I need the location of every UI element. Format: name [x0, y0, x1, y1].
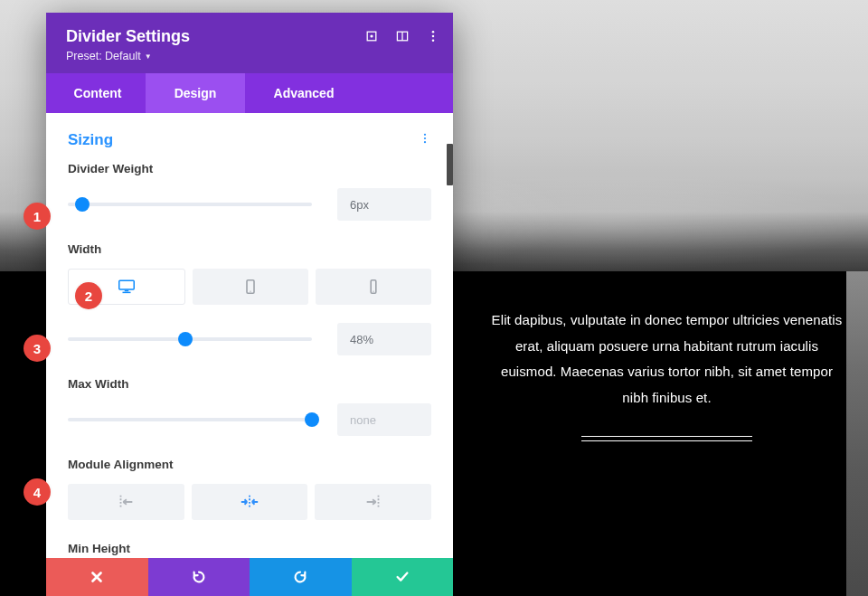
tab-content[interactable]: Content	[46, 73, 146, 113]
tablet-icon	[242, 279, 259, 294]
modal-header: Divider Settings Preset: Default ▼	[46, 13, 453, 73]
undo-button[interactable]	[148, 558, 250, 596]
annotation-badge-1: 1	[24, 203, 51, 230]
preset-dropdown[interactable]: Preset: Default ▼	[66, 50, 433, 62]
header-actions	[364, 29, 440, 43]
slider-thumb[interactable]	[305, 412, 319, 427]
label-min-height: Min Height	[68, 542, 431, 555]
svg-rect-11	[125, 290, 129, 292]
section-title-label: Sizing	[68, 131, 113, 149]
device-tab-tablet[interactable]	[193, 269, 308, 305]
modal-body: Sizing Divider Weight 6px Width	[46, 113, 453, 558]
label-width: Width	[68, 242, 431, 256]
field-module-alignment: Module Alignment	[68, 458, 431, 520]
modal-tabs: Content Design Advanced	[46, 73, 453, 113]
slider-thumb[interactable]	[75, 197, 90, 212]
input-divider-weight[interactable]: 6px	[337, 188, 431, 221]
svg-rect-12	[123, 292, 131, 294]
redo-button[interactable]	[250, 558, 352, 596]
svg-point-7	[424, 134, 426, 136]
align-left[interactable]	[68, 484, 184, 520]
label-max-width: Max Width	[68, 377, 431, 391]
kebab-menu-icon[interactable]	[426, 29, 440, 43]
phone-icon	[365, 279, 382, 294]
field-width: Width 48%	[68, 242, 431, 355]
svg-rect-10	[119, 280, 135, 289]
label-divider-weight: Divider Weight	[68, 162, 431, 175]
field-max-width: Max Width none	[68, 377, 431, 436]
redo-icon	[292, 569, 308, 585]
svg-point-1	[371, 35, 373, 37]
undo-icon	[191, 569, 207, 585]
chevron-down-icon: ▼	[145, 52, 152, 61]
scrollbar-thumb[interactable]	[447, 144, 453, 185]
alignment-tabs	[68, 484, 431, 520]
label-module-alignment: Module Alignment	[68, 458, 431, 471]
align-left-icon	[116, 495, 136, 509]
input-width[interactable]: 48%	[337, 323, 431, 355]
preview-text: Elit dapibus, vulputate in donec tempor …	[488, 307, 845, 411]
field-min-height: Min Height	[68, 542, 431, 555]
responsive-device-tabs	[68, 269, 431, 305]
close-icon	[89, 569, 105, 585]
section-menu-icon[interactable]	[419, 132, 431, 148]
settings-modal: Divider Settings Preset: Default ▼ Conte…	[46, 13, 453, 596]
section-sizing[interactable]: Sizing	[68, 113, 431, 162]
align-center[interactable]	[192, 484, 308, 520]
annotation-badge-4: 4	[24, 478, 51, 506]
field-divider-weight: Divider Weight 6px	[68, 162, 431, 221]
slider-divider-weight[interactable]	[68, 197, 312, 212]
annotation-badge-3: 3	[24, 335, 51, 362]
slider-track	[68, 418, 312, 421]
svg-point-16	[373, 291, 373, 292]
slider-max-width[interactable]	[68, 412, 312, 427]
desktop-icon	[118, 279, 135, 294]
slider-width[interactable]	[68, 332, 312, 346]
svg-point-14	[250, 291, 250, 292]
cancel-button[interactable]	[46, 558, 148, 596]
preset-label: Preset: Default	[66, 50, 141, 62]
align-right[interactable]	[315, 484, 431, 520]
svg-point-6	[432, 40, 435, 43]
svg-point-9	[424, 141, 426, 143]
device-tab-phone[interactable]	[316, 269, 431, 305]
modal-footer	[46, 558, 453, 596]
align-center-icon	[240, 495, 259, 509]
columns-icon[interactable]	[395, 29, 410, 43]
background-image-right	[846, 271, 868, 596]
annotation-badge-2: 2	[75, 282, 102, 309]
svg-point-4	[432, 31, 435, 33]
svg-point-8	[424, 137, 426, 139]
align-right-icon	[363, 495, 383, 509]
svg-point-5	[432, 35, 435, 38]
expand-icon[interactable]	[364, 29, 379, 43]
module-preview: Elit dapibus, vulputate in donec tempor …	[488, 307, 845, 441]
slider-track	[68, 203, 312, 206]
check-icon	[394, 569, 410, 585]
save-button[interactable]	[352, 558, 454, 596]
preview-divider	[581, 436, 753, 441]
tab-advanced[interactable]: Advanced	[245, 73, 363, 113]
input-max-width[interactable]: none	[337, 403, 431, 436]
slider-thumb[interactable]	[178, 332, 193, 346]
tab-design[interactable]: Design	[146, 73, 245, 113]
